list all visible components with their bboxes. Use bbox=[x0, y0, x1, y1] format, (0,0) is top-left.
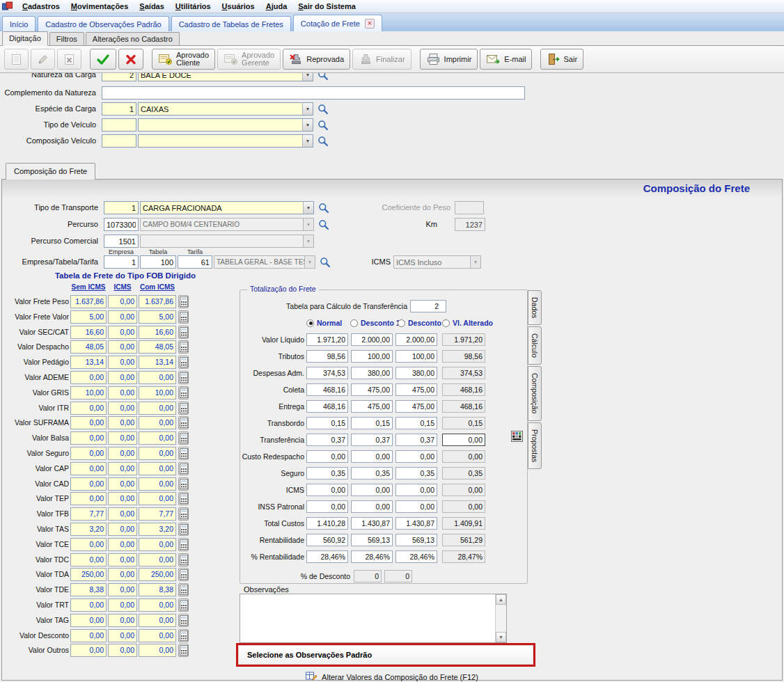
menu-movimentacoes[interactable]: Movimentações bbox=[65, 1, 134, 12]
totals-value-field[interactable]: 0,35 bbox=[442, 467, 485, 479]
freight-value-field[interactable]: 5,00 bbox=[70, 310, 107, 324]
freight-value-field[interactable]: 0,00 bbox=[108, 416, 137, 429]
totals-value-field[interactable]: 0,37 bbox=[306, 434, 348, 446]
sair-button[interactable]: Sair bbox=[540, 49, 583, 70]
totals-value-field[interactable]: 569,13 bbox=[351, 534, 393, 546]
totals-value-field[interactable]: 380,00 bbox=[351, 367, 393, 379]
freight-value-field[interactable]: 1.637,86 bbox=[70, 295, 107, 308]
alter-composition-values-link[interactable]: Alterar Valores da Composição do Frete (… bbox=[253, 671, 531, 682]
menu-utilitarios[interactable]: Utilitários bbox=[170, 1, 217, 12]
freight-value-field[interactable]: 0,00 bbox=[139, 462, 176, 475]
totals-value-field[interactable]: 0,35 bbox=[351, 467, 393, 479]
freight-value-field[interactable]: 0,00 bbox=[70, 614, 107, 627]
freight-value-field[interactable]: 0,00 bbox=[108, 386, 137, 399]
composicao-veiculo-combo[interactable]: ▼ bbox=[138, 134, 313, 148]
totals-value-field[interactable]: 0,15 bbox=[351, 417, 393, 429]
freight-value-field[interactable]: 0,00 bbox=[70, 477, 107, 491]
freight-value-field[interactable]: 0,00 bbox=[139, 644, 176, 657]
email-button[interactable]: E-mail bbox=[480, 49, 532, 70]
totals-value-field[interactable]: 98,56 bbox=[306, 350, 348, 363]
chevron-down-icon[interactable]: ▼ bbox=[302, 103, 313, 115]
freight-value-field[interactable]: 0,00 bbox=[108, 568, 137, 581]
freight-value-field[interactable]: 0,00 bbox=[139, 447, 176, 460]
freight-value-field[interactable]: 0,00 bbox=[108, 477, 137, 491]
totals-value-field[interactable]: 0,00 bbox=[351, 500, 393, 513]
totals-value-field[interactable]: 1.430,87 bbox=[351, 517, 393, 530]
freight-value-field[interactable]: 0,00 bbox=[108, 340, 137, 354]
calculator-icon[interactable] bbox=[178, 629, 189, 642]
totals-value-field[interactable]: 100,00 bbox=[351, 350, 393, 363]
totals-value-field[interactable]: 475,00 bbox=[351, 400, 393, 413]
freight-value-field[interactable]: 0,00 bbox=[139, 431, 176, 445]
calculator-icon[interactable] bbox=[178, 644, 189, 657]
freight-value-field[interactable]: 13,14 bbox=[70, 356, 107, 369]
freight-value-field[interactable]: 0,00 bbox=[139, 553, 176, 566]
freight-value-field[interactable]: 0,00 bbox=[70, 416, 107, 429]
menu-usuarios[interactable]: Usuários bbox=[217, 1, 260, 12]
totals-value-field[interactable]: 1.409,91 bbox=[442, 517, 485, 530]
chevron-down-icon[interactable]: ▼ bbox=[302, 119, 313, 131]
totals-value-field[interactable]: 0,35 bbox=[306, 467, 348, 479]
totals-value-field[interactable]: 0,37 bbox=[395, 434, 437, 446]
calculator-icon[interactable] bbox=[178, 583, 189, 596]
scroll-down-icon[interactable]: ▼ bbox=[496, 632, 506, 642]
freight-value-field[interactable]: 0,00 bbox=[139, 402, 176, 415]
freight-value-field[interactable]: 250,00 bbox=[70, 568, 107, 581]
freight-value-field[interactable]: 0,00 bbox=[108, 492, 137, 505]
freight-value-field[interactable]: 0,00 bbox=[139, 538, 176, 551]
percurso-code-input[interactable] bbox=[104, 218, 139, 231]
freight-value-field[interactable]: 0,00 bbox=[70, 431, 107, 445]
freight-value-field[interactable]: 0,00 bbox=[108, 447, 137, 460]
scroll-up-icon[interactable]: ▲ bbox=[496, 594, 506, 605]
imprimir-button[interactable]: Imprimir bbox=[420, 49, 478, 70]
tab-inicio[interactable]: Início bbox=[2, 16, 36, 31]
totals-value-field[interactable]: 2.000,00 bbox=[351, 333, 393, 346]
freight-value-field[interactable]: 0,00 bbox=[108, 507, 137, 521]
especie-code-input[interactable] bbox=[102, 102, 136, 116]
totals-value-field[interactable]: 468,16 bbox=[306, 383, 348, 396]
menu-saidas[interactable]: Saídas bbox=[134, 1, 169, 12]
calculator-icon[interactable] bbox=[178, 310, 189, 324]
calculator-icon[interactable] bbox=[178, 356, 189, 369]
freight-value-field[interactable]: 48,05 bbox=[70, 340, 107, 354]
tabela-input[interactable] bbox=[140, 255, 176, 269]
complemento-input[interactable] bbox=[102, 86, 525, 100]
totals-value-field[interactable]: 0,00 bbox=[442, 434, 485, 446]
subtab-filtros[interactable]: Filtros bbox=[49, 32, 84, 45]
totals-value-field[interactable]: 0,15 bbox=[395, 417, 437, 429]
calculator-icon[interactable] bbox=[178, 614, 189, 627]
totals-value-field[interactable]: 475,00 bbox=[395, 400, 437, 413]
calculator-icon[interactable] bbox=[178, 462, 189, 475]
chevron-down-icon[interactable]: ▼ bbox=[303, 202, 313, 214]
totals-value-field[interactable]: 28,47% bbox=[442, 550, 485, 563]
freight-value-field[interactable]: 8,38 bbox=[139, 583, 176, 596]
freight-value-field[interactable]: 0,00 bbox=[70, 644, 107, 657]
freight-value-field[interactable]: 1.637,86 bbox=[139, 295, 176, 308]
tab-cadastro-de-observacoes-padrao[interactable]: Cadastro de Observações Padrão bbox=[38, 16, 168, 31]
calculator-icon[interactable] bbox=[178, 295, 189, 308]
totals-value-field[interactable]: 0,00 bbox=[306, 450, 348, 463]
calculator-icon[interactable] bbox=[178, 523, 189, 536]
calculator-icon[interactable] bbox=[178, 598, 189, 612]
radio-normal[interactable]: Normal bbox=[306, 319, 342, 327]
calculator-icon[interactable] bbox=[178, 340, 189, 354]
menu-cadastros[interactable]: Cadastros bbox=[17, 1, 65, 12]
freight-value-field[interactable]: 0,00 bbox=[70, 447, 107, 460]
totals-value-field[interactable]: 0,00 bbox=[395, 484, 437, 496]
tab-cotacao-de-frete[interactable]: Cotação de Frete× bbox=[293, 15, 382, 31]
freight-value-field[interactable]: 0,00 bbox=[108, 371, 137, 384]
calculator-icon[interactable] bbox=[178, 416, 189, 429]
freight-value-field[interactable]: 0,00 bbox=[108, 583, 137, 596]
freight-value-field[interactable]: 16,60 bbox=[70, 326, 107, 339]
totals-value-field[interactable]: 0,00 bbox=[351, 450, 393, 463]
freight-value-field[interactable]: 0,00 bbox=[70, 538, 107, 551]
freight-value-field[interactable]: 0,00 bbox=[108, 538, 137, 551]
calculator-icon[interactable] bbox=[178, 402, 189, 415]
tipo-veiculo-code-input[interactable] bbox=[102, 118, 136, 132]
calculator-icon[interactable] bbox=[178, 431, 189, 445]
radio-desconto-2[interactable]: Desconto 2 bbox=[398, 319, 448, 327]
calculator-icon[interactable] bbox=[178, 326, 189, 339]
totals-value-field[interactable]: 1.410,28 bbox=[306, 517, 348, 530]
radio-desconto-1[interactable]: Desconto 1 bbox=[350, 319, 400, 327]
reprovada-button[interactable]: Reprovada bbox=[283, 49, 350, 70]
